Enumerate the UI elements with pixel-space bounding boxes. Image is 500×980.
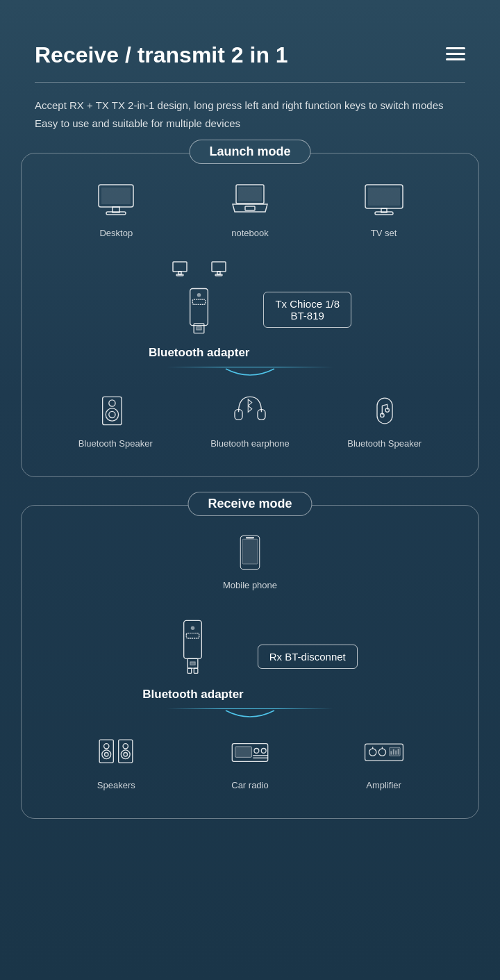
svg-rect-28 bbox=[377, 399, 392, 424]
desktop-icon bbox=[95, 181, 137, 222]
svg-rect-13 bbox=[176, 274, 183, 276]
amplifier-label: Amplifier bbox=[366, 780, 401, 790]
receive-mode-section: Receive mode Mobile phone bbox=[21, 505, 479, 819]
svg-rect-39 bbox=[190, 662, 195, 665]
svg-point-25 bbox=[109, 412, 115, 418]
svg-rect-34 bbox=[247, 538, 254, 538]
receive-adapter: Bluetooth adapter bbox=[142, 611, 243, 701]
menu-button[interactable] bbox=[446, 47, 465, 60]
device-desktop: Desktop bbox=[95, 181, 137, 238]
amplifier-icon bbox=[363, 733, 405, 774]
receive-connector-arc bbox=[78, 709, 422, 723]
device-bt-earphone: Bluetooth earphone bbox=[210, 392, 289, 449]
svg-rect-11 bbox=[173, 262, 187, 272]
receive-adapter-section: Bluetooth adapter Rx BT-disconnet bbox=[35, 604, 465, 708]
svg-rect-3 bbox=[101, 188, 131, 204]
device-tvset: TV set bbox=[363, 181, 405, 238]
header-divider bbox=[35, 82, 465, 83]
car-radio-icon bbox=[229, 733, 271, 774]
svg-point-59 bbox=[378, 749, 385, 756]
launch-top-devices: Desktop notebook bbox=[35, 153, 465, 252]
mobile-phone-icon bbox=[229, 533, 271, 574]
receive-bottom-devices: Speakers Car radio bbox=[35, 726, 465, 797]
connector-arc bbox=[78, 367, 422, 381]
header: Receive / transmit 2 in 1 bbox=[0, 0, 500, 82]
receive-top-devices: Mobile phone bbox=[35, 506, 465, 604]
svg-rect-51 bbox=[235, 747, 252, 757]
tx-line2: BT-819 bbox=[275, 310, 340, 322]
svg-point-45 bbox=[105, 753, 109, 757]
svg-rect-37 bbox=[187, 633, 199, 638]
rx-text: Rx BT-disconnet bbox=[269, 651, 346, 663]
svg-rect-40 bbox=[188, 668, 192, 673]
device-car-radio: Car radio bbox=[229, 733, 271, 790]
svg-rect-65 bbox=[397, 749, 399, 755]
description: Accept RX + TX TX 2-in-1 design, long pr… bbox=[0, 97, 500, 132]
bt-earphone-label: Bluetooth earphone bbox=[210, 438, 289, 449]
svg-rect-2 bbox=[106, 212, 126, 215]
desc-line1: Accept RX + TX TX 2-in-1 design, long pr… bbox=[35, 97, 465, 115]
bt-speaker-2-label: Bluetooth Speaker bbox=[347, 438, 422, 449]
mobile-phone-label: Mobile phone bbox=[223, 580, 277, 590]
svg-rect-35 bbox=[184, 621, 202, 659]
speakers-icon bbox=[95, 733, 137, 774]
desc-line2: Easy to use and suitable for multiple de… bbox=[35, 115, 465, 133]
svg-rect-14 bbox=[212, 262, 226, 272]
launch-adapter-section: Bluetooth adapter Tx Chioce 1/8 BT-819 bbox=[35, 252, 465, 367]
svg-rect-5 bbox=[238, 187, 262, 201]
svg-rect-62 bbox=[390, 751, 392, 755]
tvset-icon bbox=[363, 181, 405, 222]
svg-point-47 bbox=[123, 744, 128, 749]
svg-point-36 bbox=[191, 626, 195, 631]
receive-mode-label: Receive mode bbox=[188, 492, 312, 516]
receive-connector-area bbox=[78, 708, 422, 723]
connector-area bbox=[78, 367, 422, 381]
svg-rect-18 bbox=[197, 327, 201, 331]
notebook-label: notebook bbox=[231, 228, 269, 238]
svg-rect-64 bbox=[395, 751, 397, 755]
rx-info-box: Rx BT-disconnet bbox=[258, 645, 358, 669]
notebook-icon bbox=[229, 181, 271, 222]
desktop-label: Desktop bbox=[99, 228, 133, 238]
device-amplifier: Amplifier bbox=[363, 733, 405, 790]
svg-point-23 bbox=[109, 400, 115, 406]
svg-rect-16 bbox=[215, 274, 222, 276]
tx-info-box: Tx Chioce 1/8 BT-819 bbox=[263, 292, 351, 328]
bt-speaker-1-icon bbox=[94, 392, 136, 433]
device-speakers: Speakers bbox=[95, 733, 137, 790]
device-mobile-phone: Mobile phone bbox=[223, 533, 277, 590]
tvset-label: TV set bbox=[371, 228, 397, 238]
launch-mode-label: Launch mode bbox=[189, 140, 310, 164]
receive-adapter-label: Bluetooth adapter bbox=[142, 688, 243, 701]
device-notebook: notebook bbox=[229, 181, 271, 238]
svg-point-57 bbox=[369, 749, 376, 756]
car-radio-label: Car radio bbox=[231, 780, 268, 790]
svg-rect-10 bbox=[375, 212, 393, 215]
tx-line1: Tx Chioce 1/8 bbox=[275, 298, 340, 310]
svg-point-44 bbox=[102, 750, 111, 759]
launch-mode-section: Launch mode Desktop bbox=[21, 153, 479, 477]
svg-rect-8 bbox=[368, 188, 400, 206]
svg-point-48 bbox=[122, 750, 131, 759]
bt-speaker-1-label: Bluetooth Speaker bbox=[78, 438, 153, 449]
launch-bottom-devices: Bluetooth Speaker Bluetooth earphone bbox=[35, 385, 465, 456]
launch-adapter: Bluetooth adapter bbox=[149, 259, 249, 360]
svg-rect-6 bbox=[245, 206, 255, 210]
svg-point-43 bbox=[104, 744, 109, 749]
page-title: Receive / transmit 2 in 1 bbox=[35, 42, 288, 68]
svg-point-49 bbox=[124, 753, 128, 757]
svg-rect-63 bbox=[392, 749, 394, 755]
speakers-label: Speakers bbox=[97, 780, 135, 790]
bt-speaker-2-icon bbox=[364, 392, 406, 433]
svg-point-53 bbox=[261, 749, 266, 754]
svg-point-24 bbox=[106, 408, 118, 421]
launch-adapter-label: Bluetooth adapter bbox=[149, 346, 249, 360]
svg-rect-21 bbox=[193, 299, 206, 304]
svg-rect-41 bbox=[194, 668, 199, 673]
bt-earphone-icon bbox=[229, 392, 271, 433]
device-bt-speaker-1: Bluetooth Speaker bbox=[78, 392, 153, 449]
device-bt-speaker-2: Bluetooth Speaker bbox=[347, 392, 422, 449]
svg-point-20 bbox=[197, 293, 201, 297]
svg-point-52 bbox=[254, 749, 259, 754]
svg-rect-32 bbox=[242, 540, 258, 565]
